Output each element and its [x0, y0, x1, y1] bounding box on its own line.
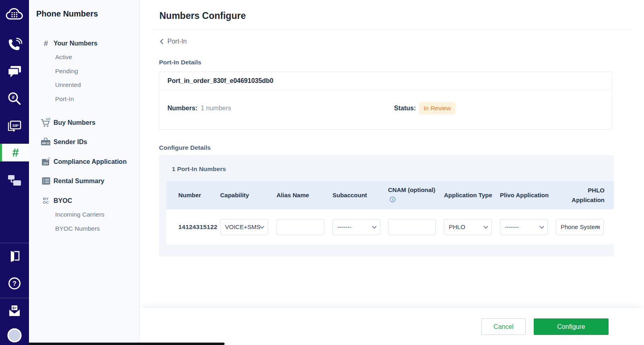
chevron-down-icon — [483, 224, 489, 230]
configure-button[interactable]: Configure — [534, 318, 609, 335]
column-header-capability: Capability — [220, 190, 277, 200]
sidebar-item-buy-numbers[interactable]: 123 Buy Numbers — [29, 118, 140, 127]
title-divider — [151, 29, 632, 29]
sidebar-item-compliance-application[interactable]: 123 Compliance Application — [29, 157, 140, 166]
numbers-count-row: Numbers: 1 numbers — [167, 105, 231, 112]
sidebar-item-your-numbers[interactable]: # Your Numbers — [29, 39, 140, 48]
sidebar-item-label: Sender IDs — [54, 138, 87, 146]
hash-icon: # — [41, 39, 51, 48]
application-type-select[interactable]: PHLO — [444, 219, 492, 235]
footer-bar: Cancel Configure — [140, 308, 644, 345]
plivo-logo-icon[interactable] — [0, 6, 29, 23]
chevron-down-icon — [594, 224, 601, 230]
svg-text:AB-12: AB-12 — [42, 142, 50, 145]
back-link-label: Port-In — [167, 38, 187, 45]
sidebar-title: Phone Numbers — [36, 9, 98, 19]
column-header-subaccount: Subaccount — [332, 190, 388, 200]
column-header-phlo-application: PHLO Application — [556, 186, 614, 205]
chevron-down-icon — [371, 224, 378, 230]
sidebar: Phone Numbers # Your Numbers Active Pend… — [29, 0, 140, 345]
chevron-down-icon — [539, 224, 545, 230]
sidebar-item-rental-summary[interactable]: Rental Summary — [29, 176, 140, 186]
configure-details-heading: Configure Details — [159, 144, 211, 151]
table-header-row: Number Capability Alias Name Subaccount … — [166, 181, 614, 209]
phlo-application-select[interactable]: Phone System — [556, 219, 604, 235]
sidebar-item-byoc[interactable]: BYOC BYOC — [29, 196, 140, 205]
row-number: 14124315122 — [166, 223, 220, 231]
column-header-number: Number — [166, 190, 220, 200]
messaging-icon[interactable] — [0, 64, 29, 79]
svg-text:SIP: SIP — [12, 123, 19, 128]
svg-text:i: i — [392, 198, 393, 202]
info-icon[interactable]: i — [390, 196, 396, 205]
voice-icon[interactable] — [0, 37, 29, 53]
sidebar-item-active[interactable]: Active — [55, 53, 72, 62]
page-title: Numbers Configure — [159, 10, 246, 21]
status-badge: In Review — [419, 102, 455, 114]
avatar[interactable] — [0, 327, 29, 343]
cnam-input[interactable] — [388, 219, 436, 235]
sidebar-item-pending[interactable]: Pending — [55, 67, 78, 76]
port-in-order-name: Port_in_order_830f_e04691035db0 — [159, 72, 612, 90]
alias-name-input[interactable] — [277, 219, 324, 235]
table-row: 14124315122 VOICE+SMS ------- PHLO ----- — [166, 209, 614, 244]
compliance-icon: 123 — [41, 157, 51, 166]
help-icon[interactable]: ? — [0, 276, 29, 291]
sidebar-item-unrented[interactable]: Unrented — [55, 81, 81, 89]
sidebar-item-label: Compliance Application — [54, 158, 127, 165]
zentrunk-sip-icon[interactable]: SIP — [0, 118, 29, 132]
sidebar-item-label: Rental Summary — [54, 178, 104, 185]
back-link-port-in[interactable]: Port-In — [159, 38, 187, 45]
sidebar-item-label: Buy Numbers — [54, 119, 95, 126]
byoc-icon: BYOC — [41, 197, 51, 204]
main-content: Numbers Configure Port-In Port-In Detail… — [140, 0, 644, 345]
column-header-application-type: Application Type — [444, 190, 500, 200]
sidebar-item-sender-ids[interactable]: AB-12 Sender IDs — [29, 137, 140, 147]
chevron-down-icon — [259, 224, 265, 230]
column-header-cnam: CNAM (optional)i — [388, 185, 444, 205]
chevron-left-icon — [159, 38, 164, 45]
numbers-value: 1 numbers — [201, 105, 231, 112]
sender-id-badge-icon: AB-12 — [41, 138, 51, 146]
capability-select[interactable]: VOICE+SMS — [220, 219, 268, 235]
column-header-plivo-application: Plivo Application — [500, 190, 556, 200]
sidebar-item-label: BYOC — [54, 197, 72, 205]
numbers-label: Numbers: — [167, 105, 198, 112]
rental-summary-icon — [41, 177, 51, 185]
billing-icon[interactable]: $= — [0, 304, 29, 318]
rail-item-phone-numbers-active[interactable]: # — [0, 144, 29, 161]
configure-details-panel: 1 Port-In Numbers Number Capability Alia… — [159, 155, 614, 256]
bottom-screen-artifact — [28, 343, 225, 345]
svg-text:123: 123 — [46, 118, 50, 120]
cart-icon: 123 — [41, 118, 51, 128]
port-in-details-card: Port_in_order_830f_e04691035db0 Numbers:… — [159, 72, 612, 130]
svg-text:?: ? — [12, 280, 17, 287]
docs-icon[interactable] — [0, 249, 29, 263]
rail-divider — [0, 298, 29, 298]
number-lookup-icon[interactable]: # — [0, 91, 29, 106]
phlo-icon[interactable] — [0, 172, 29, 188]
sidebar-item-incoming-carriers[interactable]: Incoming Carriers — [55, 210, 104, 219]
svg-text:123: 123 — [43, 162, 48, 165]
cancel-button[interactable]: Cancel — [481, 318, 526, 335]
subaccount-select[interactable]: ------- — [332, 219, 380, 235]
status-label: Status: — [394, 105, 416, 112]
hash-icon: # — [12, 146, 19, 159]
column-header-alias-name: Alias Name — [277, 190, 332, 200]
svg-text:$=: $= — [12, 306, 17, 310]
rail-divider — [0, 243, 29, 243]
icon-rail: # SIP # ? — [0, 0, 29, 345]
sidebar-item-label: Your Numbers — [54, 40, 97, 47]
svg-text:#: # — [12, 95, 14, 100]
port-in-numbers-table: Number Capability Alias Name Subaccount … — [166, 181, 614, 244]
plivo-application-select[interactable]: ------- — [500, 219, 548, 235]
status-row: Status: In Review — [394, 102, 455, 114]
sidebar-item-byoc-numbers[interactable]: BYOC Numbers — [55, 224, 100, 233]
port-in-details-heading: Port-In Details — [159, 59, 201, 66]
port-in-numbers-count: 1 Port-In Numbers — [172, 165, 226, 173]
sidebar-item-port-in[interactable]: Port-In — [55, 95, 74, 103]
